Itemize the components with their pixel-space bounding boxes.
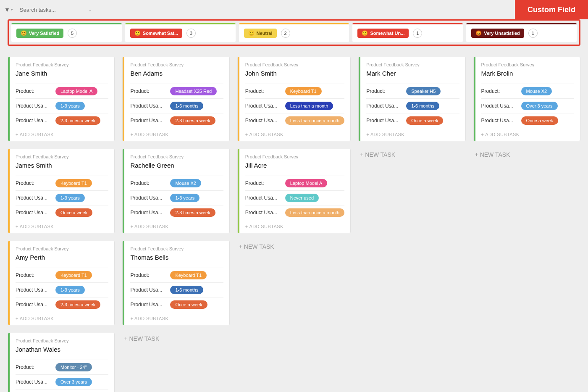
- field-value-pill[interactable]: Once a week: [406, 116, 443, 125]
- search-input[interactable]: [16, 4, 92, 16]
- add-subtask-button[interactable]: + ADD SUBTASK: [123, 220, 229, 233]
- card-stripe: [8, 241, 10, 325]
- add-subtask-button[interactable]: + ADD SUBTASK: [123, 312, 229, 325]
- field-value-pill[interactable]: Headset X25 Red: [170, 87, 217, 95]
- field-value-pill[interactable]: Once a week: [521, 116, 558, 125]
- field-label: Product:: [366, 88, 402, 94]
- column-header[interactable]: 😡Very Unsatisfied1: [466, 23, 577, 42]
- field-value-pill[interactable]: Keyboard T1: [55, 271, 92, 279]
- task-card[interactable]: Product Feedback SurveyBen AdamsProduct:…: [122, 57, 229, 141]
- field-value-pill[interactable]: 2-3 times a week: [170, 116, 215, 125]
- add-subtask-button[interactable]: + ADD SUBTASK: [8, 128, 114, 141]
- card-stripe: [123, 149, 124, 233]
- field-value-pill[interactable]: Speaker H5: [406, 87, 441, 95]
- card-stripe: [8, 57, 10, 141]
- field-value-pill[interactable]: 1-6 months: [170, 102, 203, 110]
- filter-dropdown-caret[interactable]: ▾: [11, 8, 13, 12]
- field-label: Product Usa...: [16, 302, 51, 308]
- field-value-pill[interactable]: Keyboard T1: [285, 87, 322, 95]
- status-label: Somewhat Un...: [370, 31, 404, 36]
- field-value-pill[interactable]: Keyboard T1: [170, 271, 207, 279]
- task-card[interactable]: Product Feedback SurveyJane SmithProduct…: [8, 57, 115, 141]
- field-value-pill[interactable]: Monitor - 24": [55, 363, 92, 371]
- status-count: 1: [528, 29, 538, 38]
- new-task-button[interactable]: + NEW TASK: [358, 149, 465, 160]
- task-card[interactable]: Product Feedback SurveyMark CherProduct:…: [358, 57, 465, 141]
- task-card[interactable]: Product Feedback SurveyJames SmithProduc…: [8, 149, 115, 233]
- task-card[interactable]: Product Feedback SurveyJonathan WalesPro…: [8, 333, 115, 392]
- usage-frequency-row: Product Usa...Less than once a month: [245, 205, 344, 220]
- status-pill: 🙁Somewhat Un...: [357, 29, 409, 38]
- search-caret-icon[interactable]: ⌄: [88, 7, 92, 13]
- column-headers: 😊Very Satisfied5🙂Somewhat Sat...3😐Neutra…: [8, 19, 580, 46]
- column-header[interactable]: 🙁Somewhat Un...1: [352, 23, 463, 42]
- add-subtask-button[interactable]: + ADD SUBTASK: [238, 128, 350, 141]
- field-value-pill[interactable]: Laptop Model A: [55, 87, 97, 95]
- card-stripe: [8, 333, 10, 392]
- status-emoji-icon: 😊: [21, 30, 27, 36]
- field-value-pill[interactable]: 1-3 years: [55, 102, 85, 110]
- field-value-pill[interactable]: Over 3 years: [55, 378, 92, 386]
- field-value-pill[interactable]: 2-3 times a week: [55, 300, 100, 309]
- column-header[interactable]: 😊Very Satisfied5: [11, 23, 122, 42]
- field-value-pill[interactable]: 1-3 years: [55, 286, 85, 294]
- task-card[interactable]: Product Feedback SurveyJohn SmithProduct…: [237, 57, 351, 141]
- task-card[interactable]: Product Feedback SurveyMark BrolinProduc…: [473, 57, 580, 141]
- status-label: Very Satisfied: [29, 31, 59, 36]
- task-card[interactable]: Product Feedback SurveyThomas BellsProdu…: [122, 241, 229, 325]
- field-label: Product:: [130, 180, 166, 186]
- field-label: Product Usa...: [130, 118, 166, 124]
- add-subtask-button[interactable]: + ADD SUBTASK: [123, 128, 229, 141]
- survey-label: Product Feedback Survey: [16, 62, 108, 67]
- new-task-button[interactable]: + NEW TASK: [237, 241, 351, 253]
- field-value-pill[interactable]: Less than once a month: [285, 208, 344, 217]
- field-value-pill[interactable]: 2-3 times a week: [170, 208, 215, 217]
- task-card[interactable]: Product Feedback SurveyJill AcreProduct:…: [237, 149, 351, 233]
- field-value-pill[interactable]: Never used: [285, 194, 319, 202]
- card-stripe: [123, 57, 124, 141]
- task-card[interactable]: Product Feedback SurveyRachelle GreenPro…: [122, 149, 229, 233]
- product-row: Product:Monitor - 24": [16, 360, 108, 374]
- field-label: Product Usa...: [366, 118, 402, 124]
- field-value-pill[interactable]: 1-3 years: [55, 194, 85, 202]
- field-value-pill[interactable]: Less than once a month: [285, 116, 344, 125]
- field-value-pill[interactable]: 2-3 times a week: [55, 116, 100, 125]
- field-value-pill[interactable]: Once a week: [170, 300, 207, 309]
- card-stripe: [8, 149, 10, 233]
- field-value-pill[interactable]: 1-6 months: [406, 102, 439, 110]
- task-card[interactable]: Product Feedback SurveyAmy PerthProduct:…: [8, 241, 115, 325]
- field-value-pill[interactable]: 1-3 years: [170, 194, 200, 202]
- usage-duration-row: Product Usa...Never used: [245, 190, 344, 205]
- usage-frequency-row: Product Usa...2-3 times a week: [130, 205, 223, 220]
- add-subtask-button[interactable]: + ADD SUBTASK: [8, 312, 114, 325]
- custom-field-button[interactable]: Custom Field: [515, 0, 588, 19]
- product-row: Product:Keyboard T1: [130, 268, 223, 282]
- add-subtask-button[interactable]: + ADD SUBTASK: [8, 220, 114, 233]
- survey-label: Product Feedback Survey: [245, 62, 344, 67]
- field-label: Product Usa...: [16, 103, 51, 109]
- field-value-pill[interactable]: Over 3 years: [521, 102, 558, 110]
- field-value-pill[interactable]: Mouse X2: [521, 87, 552, 95]
- board-column: Product Feedback SurveyBen AdamsProduct:…: [122, 57, 229, 392]
- add-subtask-button[interactable]: + ADD SUBTASK: [359, 128, 465, 141]
- field-label: Product:: [130, 272, 166, 278]
- column-header[interactable]: 🙂Somewhat Sat...3: [125, 23, 236, 42]
- field-value-pill[interactable]: Keyboard T1: [55, 179, 92, 187]
- new-task-button[interactable]: + NEW TASK: [122, 333, 229, 345]
- add-subtask-button[interactable]: + ADD SUBTASK: [474, 128, 580, 141]
- status-emoji-icon: 🙂: [134, 30, 141, 36]
- board-column: Product Feedback SurveyJane SmithProduct…: [8, 57, 115, 392]
- card-title: Jill Acre: [245, 162, 344, 169]
- field-value-pill[interactable]: Once a week: [55, 208, 92, 217]
- add-subtask-button[interactable]: + ADD SUBTASK: [238, 220, 350, 233]
- filter-icon[interactable]: ▼: [4, 6, 10, 13]
- field-value-pill[interactable]: Laptop Model A: [285, 179, 327, 187]
- new-task-button[interactable]: + NEW TASK: [473, 149, 580, 160]
- column-header[interactable]: 😐Neutral2: [239, 23, 349, 42]
- field-value-pill[interactable]: 1-6 months: [170, 286, 203, 294]
- field-value-pill[interactable]: Less than a month: [285, 102, 333, 110]
- usage-frequency-row: Product Usa...Once a week: [481, 113, 574, 128]
- field-value-pill[interactable]: Mouse X2: [170, 179, 201, 187]
- usage-duration-row: Product Usa...1-3 years: [16, 190, 108, 205]
- field-label: Product:: [130, 88, 166, 94]
